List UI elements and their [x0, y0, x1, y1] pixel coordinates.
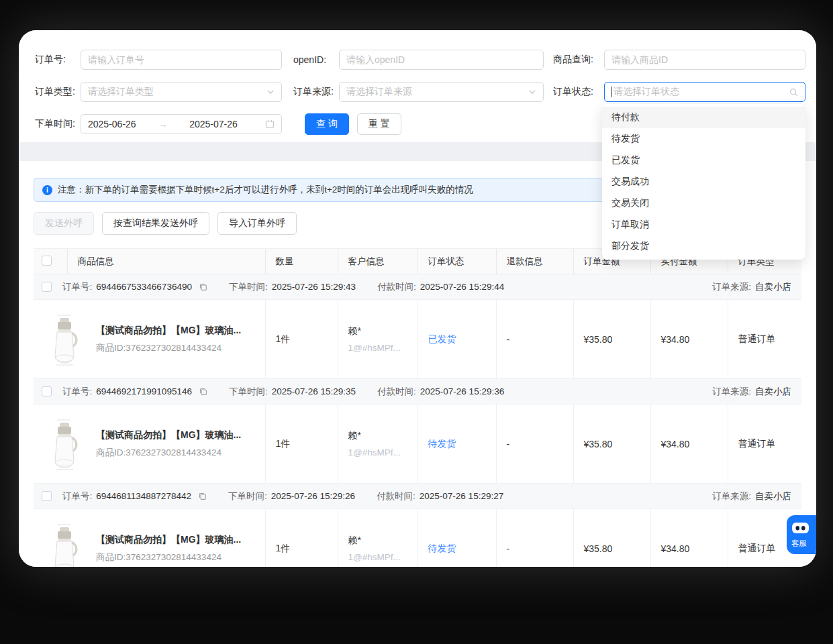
product-title[interactable]: 【测试商品勿拍】【MG】玻璃油... [96, 534, 241, 546]
paid-value: 2025-07-26 15:29:36 [420, 386, 504, 396]
customer-id: 1@#hsMPf... [348, 552, 412, 562]
qty-cell: 1件 [265, 300, 338, 379]
paid-label: 付款时间: [377, 386, 416, 398]
order-type-cell: 普通订单 [728, 300, 801, 379]
customer-service-button[interactable]: 客服 [787, 515, 816, 554]
openid-input[interactable] [346, 54, 536, 65]
product-title[interactable]: 【测试商品勿拍】【MG】玻璃油... [96, 429, 241, 441]
status-option[interactable]: 部分发货 [602, 235, 805, 257]
robot-icon [791, 521, 810, 537]
openid-input-wrap [339, 50, 544, 70]
customer-name: 赖* [348, 535, 412, 547]
order-source-placeholder: 请选择订单来源 [346, 86, 412, 98]
customer-cell: 赖* 1@#hsMPf... [338, 300, 418, 379]
search-button[interactable]: 查 询 [305, 113, 349, 135]
qty-cell: 1件 [265, 405, 338, 484]
date-range-picker[interactable]: 2025-06-26 → 2025-07-26 [81, 114, 282, 134]
order-source-label: 订单来源: [293, 86, 339, 98]
order-status[interactable]: 已发货 [428, 333, 456, 344]
order-status[interactable]: 待发货 [428, 438, 456, 449]
import-orders-button[interactable]: 导入订单外呼 [217, 212, 297, 235]
order-source-select[interactable]: 请选择订单来源 [339, 82, 544, 102]
product-query-input[interactable] [611, 54, 798, 65]
refund-cell: - [496, 509, 573, 568]
customer-cell: 赖* 1@#hsMPf... [338, 405, 418, 484]
text-cursor [611, 87, 612, 97]
paid-label: 付款时间: [377, 281, 416, 293]
status-option[interactable]: 订单取消 [602, 214, 805, 235]
customer-cell: 赖* 1@#hsMPf... [338, 509, 418, 568]
order-checkbox[interactable] [42, 491, 52, 501]
select-all-checkbox[interactable] [42, 256, 52, 266]
product-id: 商品ID:3762327302814433424 [96, 551, 241, 564]
order-type-label: 订单类型: [35, 86, 81, 98]
order-group-row: 订单号: 6944667533466736490 下单时间: 2025-07-2… [34, 274, 801, 300]
refund-cell: - [496, 405, 573, 484]
product-title[interactable]: 【测试商品勿拍】【MG】玻璃油... [96, 325, 241, 337]
status-option[interactable]: 交易关闭 [602, 193, 805, 214]
paid-value: 2025-07-26 15:29:27 [420, 491, 503, 501]
send-call-button[interactable]: 发送外呼 [34, 212, 94, 235]
source-value: 自卖小店 [755, 281, 791, 293]
customer-id: 1@#hsMPf... [348, 343, 412, 353]
app-window: 订单号: openID: 商品查询: 订单类型: [19, 30, 816, 567]
order-amount-cell: ¥35.80 [573, 300, 650, 379]
date-start[interactable]: 2025-06-26 [88, 119, 136, 129]
order-checkbox[interactable] [42, 282, 52, 292]
copy-icon[interactable] [199, 282, 207, 291]
order-no-label: 订单号: [35, 54, 81, 66]
info-icon: i [42, 185, 52, 195]
status-option[interactable]: 交易成功 [602, 171, 805, 193]
copy-icon[interactable] [199, 387, 207, 396]
order-no-input-wrap [81, 50, 282, 70]
order-no-label: 订单号: [62, 386, 92, 398]
order-status-select[interactable]: 请选择订单状态 [604, 82, 805, 102]
order-item-row: 【测试商品勿拍】【MG】玻璃油... 商品ID:3762327302814433… [34, 300, 801, 379]
openid-label: openID: [293, 54, 339, 65]
paid-amount-cell: ¥34.80 [650, 405, 728, 484]
status-option[interactable]: 待发货 [602, 128, 805, 150]
customer-name: 赖* [348, 325, 412, 337]
order-no-value: 6944667533466736490 [96, 282, 192, 292]
send-by-query-button[interactable]: 按查询结果发送外呼 [102, 212, 209, 235]
product-query-input-wrap [604, 50, 805, 70]
date-end[interactable]: 2025-07-26 [189, 119, 238, 129]
order-status-dropdown: 待付款 待发货 已发货 交易成功 交易关闭 订单取消 部分发货 [602, 104, 805, 260]
source-label: 订单来源: [712, 386, 751, 398]
product-image [44, 519, 85, 568]
created-label: 下单时间: [228, 490, 267, 502]
source-label: 订单来源: [712, 490, 751, 502]
order-type-placeholder: 请选择订单类型 [88, 86, 154, 98]
paid-label: 付款时间: [377, 490, 415, 502]
order-amount-cell: ¥35.80 [573, 405, 650, 484]
status-option[interactable]: 待付款 [602, 107, 805, 128]
order-group-row: 订单号: 6944692171991095146 下单时间: 2025-07-2… [34, 379, 801, 405]
order-type-select[interactable]: 请选择订单类型 [81, 82, 282, 102]
status-option[interactable]: 已发货 [602, 150, 805, 171]
created-value: 2025-07-26 15:29:35 [272, 386, 356, 396]
order-checkbox[interactable] [42, 386, 52, 396]
order-status[interactable]: 待发货 [428, 543, 456, 553]
order-no-input[interactable] [88, 54, 275, 65]
product-query-label: 商品查询: [553, 54, 604, 66]
order-no-label: 订单号: [62, 490, 92, 502]
order-status-label: 订单状态: [553, 86, 604, 98]
created-label: 下单时间: [229, 281, 268, 293]
paid-amount-cell: ¥34.80 [650, 300, 728, 379]
chevron-down-icon [266, 88, 275, 96]
col-refund: 退款信息 [496, 249, 573, 274]
order-no-value: 6944681134887278442 [96, 491, 191, 501]
paid-amount-cell: ¥34.80 [650, 509, 728, 568]
order-no-label: 订单号: [62, 281, 92, 293]
notice-text: 注意：新下单的订单需要根据下单时候t+2后才可以进行外呼，未到t+2时间的订单会… [58, 184, 473, 196]
copy-icon[interactable] [198, 492, 207, 500]
search-icon [789, 88, 798, 97]
order-item-row: 【测试商品勿拍】【MG】玻璃油... 商品ID:3762327302814433… [34, 405, 801, 484]
col-qty: 数量 [265, 249, 338, 274]
order-type-cell: 普通订单 [728, 405, 801, 484]
chevron-down-icon [528, 88, 536, 96]
reset-button[interactable]: 重 置 [357, 113, 401, 135]
order-amount-cell: ¥35.80 [573, 509, 650, 568]
qty-cell: 1件 [265, 509, 338, 568]
created-value: 2025-07-26 15:29:43 [272, 282, 356, 292]
